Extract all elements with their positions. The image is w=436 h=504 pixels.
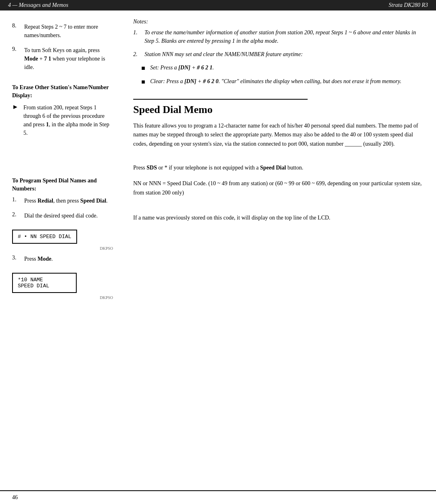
lcd-display-2-container: *10 NAME SPEED DIAL DKPSO	[12, 270, 113, 300]
bottom-left-col: To Program Speed Dial Names and Numbers:…	[12, 165, 125, 300]
lcd1-line1: # • NN SPEED DIAL	[18, 234, 71, 240]
item-9-content: To turn Soft Keys on again, press Mode +…	[24, 46, 113, 71]
step-3: 3. Press Mode.	[12, 255, 113, 263]
sds-bold: SDS	[147, 165, 157, 171]
item-8-num: 8.	[12, 23, 21, 40]
note-2: 2. Station NNN may set and clear the NAM…	[133, 50, 424, 59]
item-9-num: 9.	[12, 46, 21, 71]
erase-arrow-item: ► From station 200, repeat Steps 1 throu…	[12, 103, 113, 137]
bullet-1-text: Set: Press a [DN] + # 6 2 1.	[150, 63, 214, 73]
program-heading: To Program Speed Dial Names and Numbers:	[12, 177, 113, 192]
step-2-num: 2.	[12, 211, 21, 220]
erase-arrow-content: From station 200, repeat Steps 1 through…	[23, 103, 113, 137]
bullet-1: ■ Set: Press a [DN] + # 6 2 1.	[141, 63, 424, 73]
mode-bold: Mode	[24, 56, 38, 62]
lcd2-subtitle: DKPSO	[12, 295, 113, 300]
71-bold: 7 1	[44, 56, 51, 62]
step-1-content: Press Redial, then press Speed Dial.	[24, 197, 113, 205]
lcd2-line1: *10 NAME	[18, 277, 71, 283]
bottom-right-col: Press SDS or * if your telephone is not …	[125, 165, 424, 300]
note-1-num: 1.	[133, 28, 141, 45]
mode-bold-2: Mode	[38, 256, 51, 262]
main-content: 8. Repeat Steps 2 ~ 7 to enter more name…	[0, 10, 436, 165]
redial-bold: Redial	[38, 198, 53, 204]
notes-label: Notes:	[133, 19, 424, 25]
hash620-bold: # 6 2 0	[203, 78, 219, 84]
erase-heading: To Erase Other Station's Name/Number Dis…	[12, 84, 113, 99]
list-item-8: 8. Repeat Steps 2 ~ 7 to enter more name…	[12, 23, 113, 40]
dn-bold-2: [DN]	[184, 78, 197, 84]
lcd-display-1-container: # • NN SPEED DIAL DKPSO	[12, 226, 113, 251]
step-2: 2. Dial the desired speed dial code.	[12, 211, 113, 220]
bullet-2-text: Clear: Press a [DN] + # 6 2 0. "Clear" e…	[150, 77, 401, 87]
arrow-symbol: ►	[12, 103, 20, 137]
header-bar: 4 — Messages and Memos Strata DK280 R3	[0, 0, 436, 10]
speed-dial-desc: This feature allows you to program a 12-…	[133, 121, 424, 148]
step-1-num: 1.	[12, 197, 21, 205]
page-number: 46	[12, 494, 18, 500]
note-2-text: Station NNN may set and clear the NAME/N…	[145, 50, 303, 59]
speed-dial-divider	[133, 99, 308, 100]
step-2-content: Dial the desired speed dial code.	[24, 211, 113, 220]
name-display-desc: If a name was previously stored on this …	[133, 213, 424, 222]
header-left: 4 — Messages and Memos	[8, 2, 68, 8]
list-item-9: 9. To turn Soft Keys on again, press Mod…	[12, 46, 113, 71]
dn-bold-1: [DN]	[178, 65, 191, 71]
bullet-2-icon: ■	[141, 77, 146, 87]
lcd-display-2: *10 NAME SPEED DIAL	[12, 273, 77, 293]
bullet-2: ■ Clear: Press a [DN] + # 6 2 0. "Clear"…	[141, 77, 424, 87]
right-column: Notes: 1. To erase the name/number infor…	[125, 19, 424, 157]
page: 4 — Messages and Memos Strata DK280 R3 8…	[0, 0, 436, 504]
speed-dial-bold: Speed Dial	[80, 198, 106, 204]
hash621-bold: # 6 2 1	[197, 65, 213, 71]
note-1: 1. To erase the name/number information …	[133, 28, 424, 45]
lcd1-subtitle: DKPSO	[12, 246, 113, 251]
step-1: 1. Press Redial, then press Speed Dial.	[12, 197, 113, 205]
lcd2-line2: SPEED DIAL	[18, 283, 71, 289]
step-3-num: 3.	[12, 255, 21, 263]
speed-dial-btn-bold: Speed Dial	[260, 165, 286, 171]
bottom-content: To Program Speed Dial Names and Numbers:…	[0, 165, 436, 300]
left-column: 8. Repeat Steps 2 ~ 7 to enter more name…	[12, 19, 125, 157]
item-8-content: Repeat Steps 2 ~ 7 to enter more names/n…	[24, 23, 113, 40]
note-1-text: To erase the name/number information of …	[145, 28, 424, 45]
nn-desc: NN or NNN = Speed Dial Code. (10 ~ 49 fr…	[133, 179, 424, 197]
speed-dial-title: Speed Dial Memo	[133, 104, 424, 116]
footer: 46	[0, 490, 436, 504]
step-3-content: Press Mode.	[24, 255, 113, 263]
header-right: Strata DK280 R3	[389, 2, 428, 8]
note-2-num: 2.	[133, 50, 141, 59]
bullet-1-icon: ■	[141, 63, 146, 73]
press-sds-para: Press SDS or * if your telephone is not …	[133, 165, 424, 171]
bold-1: 1	[46, 121, 49, 128]
lcd-display-1: # • NN SPEED DIAL	[12, 230, 77, 244]
speed-dial-section: Speed Dial Memo This feature allows you …	[133, 99, 424, 148]
